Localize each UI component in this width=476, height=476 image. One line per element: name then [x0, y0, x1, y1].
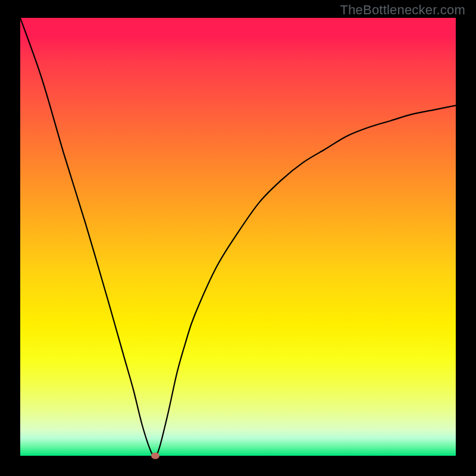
bottleneck-curve — [20, 18, 456, 456]
chart-stage: TheBottlenecker.com — [0, 0, 476, 476]
minimum-marker — [151, 453, 159, 459]
watermark-text: TheBottlenecker.com — [340, 2, 465, 18]
plot-area — [20, 18, 456, 456]
